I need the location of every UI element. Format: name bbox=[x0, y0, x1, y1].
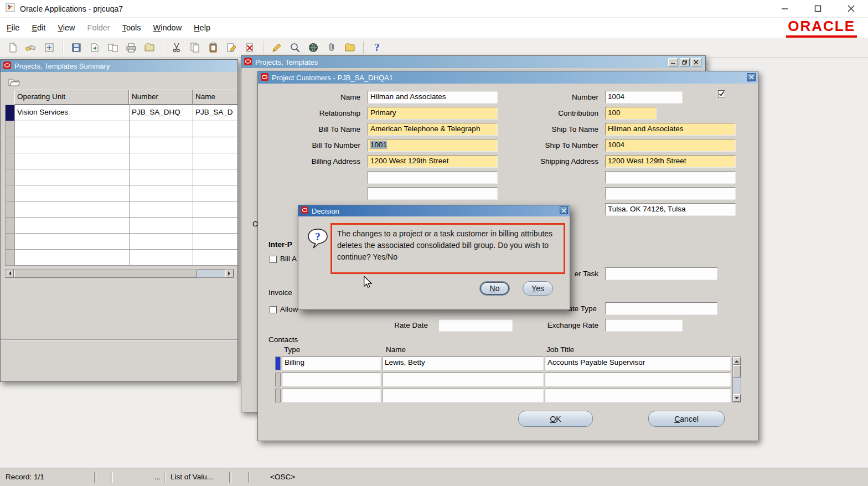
edit-field-icon[interactable] bbox=[270, 40, 284, 55]
table-cell[interactable] bbox=[15, 234, 130, 250]
ok-button[interactable]: OK bbox=[518, 411, 593, 427]
record-indicator[interactable] bbox=[6, 250, 15, 266]
print-icon[interactable] bbox=[124, 40, 138, 55]
maximize-button[interactable] bbox=[812, 3, 824, 15]
contacts-vscrollbar[interactable] bbox=[732, 356, 741, 402]
menu-item-edit[interactable]: Edit bbox=[32, 23, 45, 32]
zoom-icon[interactable] bbox=[288, 40, 302, 55]
name-field[interactable]: Hilman and Associates bbox=[368, 91, 498, 104]
record-indicator[interactable] bbox=[6, 153, 15, 169]
menu-item-tools[interactable]: Tools bbox=[122, 23, 141, 32]
close-form-icon[interactable] bbox=[142, 40, 157, 55]
table-cell[interactable] bbox=[130, 185, 193, 201]
billing-address-field[interactable]: 1200 West 129th Street bbox=[368, 155, 498, 168]
table-cell[interactable] bbox=[15, 137, 130, 153]
table-cell[interactable] bbox=[130, 121, 193, 137]
task-field[interactable] bbox=[605, 267, 717, 280]
menu-item-help[interactable]: Help bbox=[194, 23, 210, 32]
table-cell[interactable] bbox=[130, 218, 193, 234]
table-cell[interactable] bbox=[130, 234, 193, 250]
table-cell[interactable] bbox=[15, 169, 130, 185]
bill-to-name-field[interactable]: American Telephone & Telegraph bbox=[368, 123, 498, 136]
new-icon[interactable] bbox=[6, 40, 20, 55]
relationship-field[interactable]: Primary bbox=[368, 107, 498, 120]
table-cell[interactable] bbox=[193, 137, 238, 153]
record-indicator[interactable] bbox=[6, 169, 15, 185]
scroll-up-button[interactable] bbox=[733, 357, 741, 365]
help-icon[interactable]: ? bbox=[370, 40, 384, 55]
scroll-right-button[interactable] bbox=[225, 270, 234, 277]
paste-icon[interactable] bbox=[206, 40, 220, 55]
ship-to-name-field[interactable]: Hilman and Associates bbox=[605, 123, 736, 136]
menu-item-window[interactable]: Window bbox=[153, 23, 182, 32]
record-indicator[interactable] bbox=[6, 185, 15, 201]
active-checkbox[interactable] bbox=[718, 90, 725, 97]
table-cell[interactable] bbox=[130, 169, 193, 185]
record-indicator[interactable] bbox=[275, 356, 281, 370]
number-field[interactable]: 1004 bbox=[605, 91, 683, 104]
shipping-address-line3-field[interactable] bbox=[605, 187, 736, 200]
cut-icon[interactable] bbox=[169, 40, 184, 55]
contact-name-field[interactable] bbox=[382, 373, 544, 386]
shipping-address-field[interactable]: 1200 West 129th Street bbox=[605, 155, 736, 168]
minimize-button[interactable] bbox=[778, 3, 790, 15]
table-cell[interactable] bbox=[15, 250, 130, 266]
table-cell[interactable] bbox=[193, 250, 238, 266]
save-icon[interactable] bbox=[69, 40, 84, 55]
table-cell[interactable] bbox=[15, 218, 130, 234]
table-cell-name[interactable]: PJB_SA_D bbox=[193, 105, 238, 121]
folder-tools-icon[interactable] bbox=[343, 40, 357, 55]
table-cell[interactable] bbox=[193, 218, 238, 234]
record-indicator[interactable] bbox=[6, 137, 15, 153]
rate-type-field[interactable] bbox=[605, 302, 717, 315]
dialog-titlebar[interactable]: Decision bbox=[298, 205, 570, 216]
record-indicator[interactable] bbox=[275, 373, 281, 386]
bill-to-number-field[interactable]: 1001 bbox=[368, 139, 498, 152]
scroll-down-button[interactable] bbox=[733, 394, 741, 402]
minimize-button[interactable] bbox=[668, 58, 678, 66]
attachments-icon[interactable] bbox=[324, 40, 339, 55]
copy-icon[interactable] bbox=[188, 40, 202, 55]
shipping-address-line2-field[interactable] bbox=[605, 171, 736, 184]
table-cell[interactable] bbox=[130, 137, 193, 153]
clear-record-icon[interactable] bbox=[224, 40, 239, 55]
scroll-thumb[interactable] bbox=[14, 270, 197, 277]
close-icon[interactable] bbox=[747, 73, 756, 81]
menu-item-view[interactable]: View bbox=[58, 23, 75, 32]
menu-item-folder[interactable]: Folder bbox=[87, 23, 110, 32]
exchange-rate-field[interactable] bbox=[605, 319, 683, 332]
contact-job-title-field[interactable]: Accounts Payable Supervisor bbox=[545, 356, 731, 370]
table-cell[interactable] bbox=[15, 185, 130, 201]
allow-checkbox[interactable] bbox=[270, 306, 277, 313]
translations-icon[interactable] bbox=[306, 40, 321, 55]
menu-item-file[interactable]: File bbox=[7, 23, 19, 32]
contact-type-field[interactable] bbox=[282, 389, 381, 402]
contact-type-field[interactable]: Billing bbox=[282, 356, 381, 370]
shipping-city-field[interactable]: Tulsa, OK 74126, Tulsa bbox=[605, 203, 736, 216]
table-cell[interactable] bbox=[15, 201, 130, 218]
dialog-close-icon[interactable] bbox=[560, 206, 568, 214]
table-cell[interactable] bbox=[193, 185, 238, 201]
table-cell[interactable] bbox=[193, 169, 238, 185]
table-cell[interactable] bbox=[130, 153, 193, 169]
close-button[interactable] bbox=[691, 58, 701, 66]
contact-name-field[interactable]: Lewis, Betty bbox=[382, 356, 544, 370]
table-cell[interactable] bbox=[193, 234, 238, 250]
bill-another-checkbox[interactable] bbox=[270, 256, 277, 263]
scroll-thumb[interactable] bbox=[733, 365, 741, 378]
table-cell[interactable] bbox=[15, 153, 130, 169]
record-indicator[interactable] bbox=[6, 105, 15, 121]
table-cell-number[interactable]: PJB_SA_DHQ bbox=[130, 105, 193, 121]
next-step-icon[interactable] bbox=[87, 40, 102, 55]
contact-job-title-field[interactable] bbox=[545, 373, 731, 386]
table-cell[interactable] bbox=[193, 153, 238, 169]
window-titlebar[interactable]: Projects, Templates bbox=[241, 56, 705, 68]
switch-responsibility-icon[interactable] bbox=[106, 40, 120, 55]
billing-address-line3-field[interactable] bbox=[368, 187, 498, 200]
record-indicator[interactable] bbox=[6, 234, 15, 250]
window-titlebar[interactable]: Project Customers - PJB_SA_DHQA1 bbox=[258, 71, 758, 84]
table-cell-operating-unit[interactable]: Vision Services bbox=[15, 105, 130, 121]
contribution-field[interactable]: 100 bbox=[605, 107, 657, 120]
window-titlebar[interactable]: Projects, Templates Summary bbox=[1, 60, 237, 72]
scroll-left-button[interactable] bbox=[6, 270, 14, 277]
